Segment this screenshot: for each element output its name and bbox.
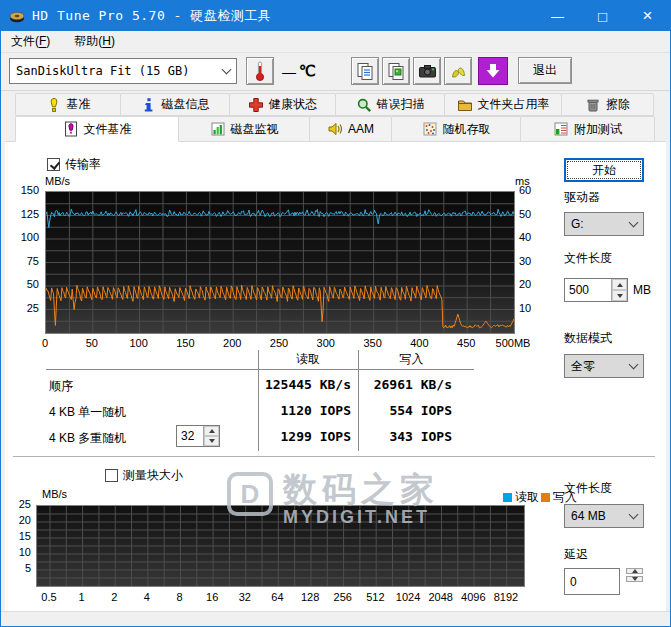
- stepper-up-button[interactable]: [612, 279, 627, 290]
- temperature-unit: ℃: [299, 62, 316, 80]
- block-size-checkbox[interactable]: 测量块大小: [105, 467, 183, 484]
- screenshot-button[interactable]: [413, 57, 441, 85]
- speaker-icon: [327, 121, 343, 137]
- 4k-single-write-value: 554 IOPS: [342, 403, 452, 418]
- axis-tick-label: 40: [519, 231, 531, 243]
- stepper-down-button[interactable]: [612, 290, 627, 301]
- transfer-rate-label: 传输率: [65, 156, 101, 173]
- axis-tick-label: 4096: [461, 591, 485, 603]
- maximize-button[interactable]: □: [580, 1, 625, 31]
- file-length-stepper[interactable]: 500: [564, 278, 628, 302]
- data-mode-select[interactable]: 全零: [564, 354, 644, 378]
- stepper-up-button[interactable]: [204, 426, 219, 436]
- sequential-write-value: 26961 KB/s: [342, 377, 452, 392]
- trash-icon: [585, 97, 601, 113]
- sequential-read-value: 125445 KB/s: [237, 377, 351, 392]
- temperature-button[interactable]: [246, 57, 274, 85]
- minimize-button[interactable]: —: [535, 1, 580, 31]
- axis-tick-label: 16: [206, 591, 218, 603]
- download-arrow-icon: [484, 62, 502, 80]
- 4k-multi-write-value: 343 IOPS: [342, 429, 452, 444]
- download-button[interactable]: [478, 57, 508, 85]
- thermometer-icon: [254, 60, 266, 82]
- health-icon: [248, 97, 264, 113]
- menu-help[interactable]: 帮助(H): [72, 31, 123, 52]
- checkbox-box[interactable]: [47, 158, 60, 171]
- row-label-4k-single: 4 KB 单一随机: [49, 404, 126, 421]
- axis-tick-label: 15: [5, 530, 31, 542]
- tab-label: 擦除: [606, 96, 630, 113]
- info-icon: [141, 97, 157, 113]
- device-select[interactable]: SanDiskUltra Fit (15 GB): [9, 58, 237, 84]
- transfer-rate-checkbox[interactable]: 传输率: [47, 156, 101, 173]
- exit-button[interactable]: 退出: [518, 57, 572, 84]
- magnifier-icon: [356, 97, 372, 113]
- start-button[interactable]: 开始: [564, 158, 644, 182]
- queue-depth-stepper[interactable]: 32: [176, 425, 220, 447]
- tab-disk-monitor[interactable]: 磁盘监视: [178, 116, 310, 142]
- axis-tick-label: 128: [301, 591, 319, 603]
- tab-health[interactable]: 健康状态: [229, 93, 336, 116]
- temperature-value: —: [282, 64, 296, 80]
- col-header-write: 写入: [358, 351, 465, 368]
- checkbox-box[interactable]: [105, 469, 118, 482]
- file-benchmark-icon: [63, 121, 79, 137]
- axis-tick-label: 1: [79, 591, 85, 603]
- app-window: HD Tune Pro 5.70 - 硬盘检测工具 — □ × 文件(F) 帮助…: [0, 0, 671, 627]
- tab-file-benchmark[interactable]: 文件基准: [15, 116, 179, 142]
- chevron-down-icon: [629, 509, 639, 519]
- main-transfer-chart: [45, 191, 515, 334]
- queue-depth-value: 32: [177, 426, 203, 446]
- hands-button[interactable]: [444, 57, 472, 85]
- tab-label: 磁盘信息: [162, 96, 210, 113]
- menu-file[interactable]: 文件(F): [9, 31, 58, 52]
- axis-tick-label: 150: [7, 184, 39, 196]
- block-size-label: 测量块大小: [123, 467, 183, 484]
- delay-stepper[interactable]: [626, 568, 643, 582]
- extra-tests-icon: [553, 121, 569, 137]
- drive-select[interactable]: G:: [564, 212, 644, 236]
- copy-image-button[interactable]: [382, 57, 410, 85]
- data-mode-label: 数据模式: [564, 330, 612, 347]
- tab-random-access[interactable]: 随机存取: [391, 116, 521, 142]
- tab-benchmark[interactable]: 基准: [15, 93, 121, 116]
- tab-label: 健康状态: [269, 96, 317, 113]
- file-length2-select[interactable]: 64 MB: [564, 504, 644, 528]
- axis-tick-label: 75: [7, 255, 39, 267]
- block-chart-yunit: MB/s: [42, 488, 67, 500]
- device-select-value: SanDiskUltra Fit (15 GB): [16, 64, 189, 78]
- tab-disk-info[interactable]: 磁盘信息: [120, 93, 230, 116]
- close-button[interactable]: ×: [625, 1, 670, 31]
- legend-read-label: 读取: [515, 489, 539, 506]
- delay-input[interactable]: 0: [564, 568, 620, 595]
- axis-tick-label: 4: [144, 591, 150, 603]
- stepper-down-button[interactable]: [626, 576, 643, 582]
- section-divider: [13, 456, 655, 458]
- axis-tick-label: 256: [334, 591, 352, 603]
- tab-erase[interactable]: 擦除: [561, 93, 654, 116]
- axis-tick-label: 400: [410, 337, 428, 349]
- axis-tick-label: 1024: [396, 591, 420, 603]
- tab-row-secondary: 文件基准磁盘监视AAM随机存取附加测试: [15, 116, 655, 142]
- row-label-4k-multi: 4 KB 多重随机: [49, 430, 126, 447]
- delay-label: 延迟: [564, 546, 588, 563]
- file-length-unit: MB: [633, 283, 651, 297]
- axis-tick-label: 100: [7, 231, 39, 243]
- stepper-down-button[interactable]: [204, 436, 219, 446]
- status-strip: [1, 611, 670, 627]
- chevron-down-icon: [629, 359, 639, 369]
- axis-tick-label: 300: [317, 337, 335, 349]
- drive-select-value: G:: [571, 217, 584, 231]
- legend-write-swatch: [541, 493, 550, 502]
- axis-tick-label: 50: [86, 337, 98, 349]
- hands-icon: [449, 62, 468, 81]
- tab-folder-usage[interactable]: 文件夹占用率: [444, 93, 562, 116]
- stepper-up-button[interactable]: [626, 568, 643, 574]
- copy-text-button[interactable]: [351, 57, 379, 85]
- window-title: HD Tune Pro 5.70 - 硬盘检测工具: [32, 7, 271, 25]
- tab-error-scan[interactable]: 错误扫描: [335, 93, 445, 116]
- row-label-sequential: 顺序: [49, 378, 73, 395]
- axis-tick-label: 30: [519, 255, 531, 267]
- tab-extra-tests[interactable]: 附加测试: [520, 116, 655, 142]
- tab-aam[interactable]: AAM: [309, 116, 392, 142]
